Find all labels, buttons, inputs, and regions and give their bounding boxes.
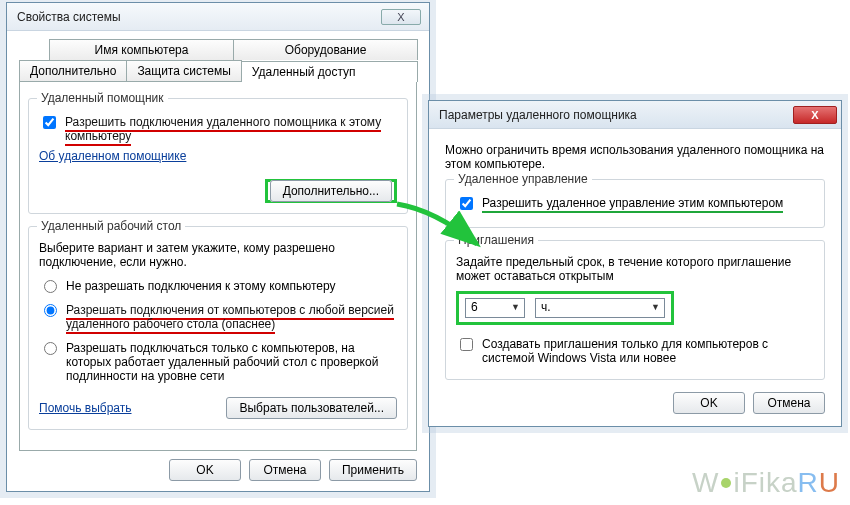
close-button[interactable]: X [381, 9, 421, 25]
group-title: Удаленный рабочий стол [37, 219, 185, 233]
rdp-option-any-label: Разрешать подключения от компьютеров с л… [66, 303, 397, 331]
window-title: Свойства системы [17, 10, 121, 24]
tab-advanced[interactable]: Дополнительно [19, 60, 127, 81]
titlebar: Свойства системы X [7, 3, 429, 31]
rdp-option-none[interactable] [44, 280, 57, 293]
vista-only-label: Создавать приглашения только для компьют… [482, 337, 814, 365]
select-users-button[interactable]: Выбрать пользователей... [226, 397, 397, 419]
tab-system-protection[interactable]: Защита системы [126, 60, 241, 81]
group-title: Удаленный помощник [37, 91, 168, 105]
invitations-instruction: Задайте предельный срок, в течение котор… [456, 255, 814, 283]
allow-remote-assistant-label: Разрешить подключения удаленного помощни… [65, 115, 397, 143]
remote-assistant-group: Удаленный помощник Разрешить подключения… [28, 98, 408, 214]
highlight-advanced: Дополнительно... [265, 179, 397, 203]
highlight-duration: 6 ч. [456, 291, 674, 325]
close-button[interactable]: X [793, 106, 837, 124]
cancel-button[interactable]: Отмена [753, 392, 825, 414]
intro-text: Можно ограничить время использования уда… [445, 143, 825, 171]
tab-computer-name[interactable]: Имя компьютера [49, 39, 234, 60]
rdp-option-any[interactable] [44, 304, 57, 317]
help-choose-link[interactable]: Помочь выбрать [39, 401, 132, 415]
invitations-group: Приглашения Задайте предельный срок, в т… [445, 240, 825, 380]
remote-control-group: Удаленное управление Разрешить удаленное… [445, 179, 825, 228]
allow-remote-assistant-checkbox[interactable] [43, 116, 56, 129]
group-title: Приглашения [454, 233, 538, 247]
rdp-option-nla[interactable] [44, 342, 57, 355]
window-title: Параметры удаленного помощника [439, 108, 637, 122]
tab-hardware[interactable]: Оборудование [233, 39, 418, 60]
vista-only-checkbox[interactable] [460, 338, 473, 351]
advanced-button[interactable]: Дополнительно... [270, 180, 392, 202]
ok-button[interactable]: OK [169, 459, 241, 481]
ok-button[interactable]: OK [673, 392, 745, 414]
about-remote-assistant-link[interactable]: Об удаленном помощнике [39, 149, 186, 163]
allow-remote-control-label: Разрешить удаленное управление этим комп… [482, 196, 783, 210]
rdp-instruction: Выберите вариант и затем укажите, кому р… [39, 241, 397, 269]
system-properties-window: Свойства системы X Имя компьютера Оборуд… [6, 2, 430, 492]
titlebar: Параметры удаленного помощника X [429, 101, 841, 129]
remote-assistant-settings-window: Параметры удаленного помощника X Можно о… [428, 100, 842, 427]
cancel-button[interactable]: Отмена [249, 459, 321, 481]
invitation-value-select[interactable]: 6 [465, 298, 525, 318]
tab-remote-access[interactable]: Удаленный доступ [241, 61, 418, 82]
invitation-unit-select[interactable]: ч. [535, 298, 665, 318]
group-title: Удаленное управление [454, 172, 592, 186]
allow-remote-control-checkbox[interactable] [460, 197, 473, 210]
rdp-option-nla-label: Разрешать подключаться только с компьюте… [66, 341, 397, 383]
remote-desktop-group: Удаленный рабочий стол Выберите вариант … [28, 226, 408, 430]
watermark: WiFikaRU [692, 467, 840, 499]
rdp-option-none-label: Не разрешать подключения к этому компьют… [66, 279, 336, 293]
apply-button[interactable]: Применить [329, 459, 417, 481]
